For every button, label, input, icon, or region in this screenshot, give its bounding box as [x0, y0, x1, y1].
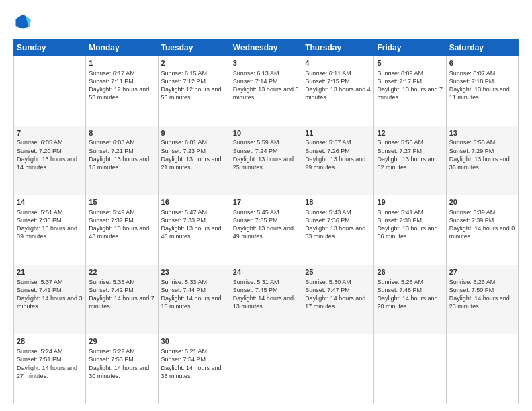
cell-info: Sunrise: 5:26 AM Sunset: 7:50 PM Dayligh… — [449, 278, 515, 311]
day-number: 19 — [377, 197, 443, 208]
weekday-header-wednesday: Wednesday — [230, 40, 302, 56]
cell-info: Sunrise: 5:21 AM Sunset: 7:54 PM Dayligh… — [161, 347, 227, 380]
cell-info: Sunrise: 6:03 AM Sunset: 7:21 PM Dayligh… — [89, 138, 154, 171]
cell-info: Sunrise: 5:31 AM Sunset: 7:45 PM Dayligh… — [233, 278, 299, 311]
calendar-cell: 7Sunrise: 6:05 AM Sunset: 7:20 PM Daylig… — [14, 126, 86, 195]
calendar-cell: 4Sunrise: 6:11 AM Sunset: 7:15 PM Daylig… — [302, 56, 374, 126]
cell-info: Sunrise: 6:01 AM Sunset: 7:23 PM Dayligh… — [161, 138, 227, 171]
day-number: 4 — [305, 58, 371, 68]
cell-info: Sunrise: 5:35 AM Sunset: 7:42 PM Dayligh… — [89, 278, 154, 311]
cell-info: Sunrise: 6:11 AM Sunset: 7:15 PM Dayligh… — [305, 69, 371, 102]
calendar-cell: 12Sunrise: 5:55 AM Sunset: 7:27 PM Dayli… — [374, 126, 446, 195]
cell-info: Sunrise: 5:49 AM Sunset: 7:32 PM Dayligh… — [89, 208, 154, 241]
calendar-cell: 19Sunrise: 5:41 AM Sunset: 7:38 PM Dayli… — [374, 195, 446, 265]
calendar-cell: 16Sunrise: 5:47 AM Sunset: 7:33 PM Dayli… — [158, 195, 230, 265]
day-number: 5 — [377, 58, 443, 68]
day-number: 22 — [89, 267, 154, 277]
week-row-4: 28Sunrise: 5:24 AM Sunset: 7:51 PM Dayli… — [14, 334, 519, 404]
week-row-2: 14Sunrise: 5:51 AM Sunset: 7:30 PM Dayli… — [14, 195, 519, 265]
calendar-cell: 25Sunrise: 5:30 AM Sunset: 7:47 PM Dayli… — [302, 265, 374, 334]
cell-info: Sunrise: 5:45 AM Sunset: 7:35 PM Dayligh… — [233, 208, 299, 241]
calendar-cell: 9Sunrise: 6:01 AM Sunset: 7:23 PM Daylig… — [158, 126, 230, 195]
cell-info: Sunrise: 5:30 AM Sunset: 7:47 PM Dayligh… — [305, 278, 371, 311]
cell-info: Sunrise: 6:05 AM Sunset: 7:20 PM Dayligh… — [17, 138, 83, 171]
cell-info: Sunrise: 5:28 AM Sunset: 7:48 PM Dayligh… — [377, 278, 443, 311]
calendar-cell: 2Sunrise: 6:15 AM Sunset: 7:12 PM Daylig… — [158, 56, 230, 126]
calendar-cell: 1Sunrise: 6:17 AM Sunset: 7:11 PM Daylig… — [86, 56, 158, 126]
calendar-cell: 22Sunrise: 5:35 AM Sunset: 7:42 PM Dayli… — [86, 265, 158, 334]
calendar-cell: 10Sunrise: 5:59 AM Sunset: 7:24 PM Dayli… — [230, 126, 302, 195]
day-number: 16 — [161, 197, 227, 208]
cell-info: Sunrise: 5:22 AM Sunset: 7:53 PM Dayligh… — [89, 347, 154, 380]
cell-info: Sunrise: 5:43 AM Sunset: 7:36 PM Dayligh… — [305, 208, 371, 241]
day-number: 7 — [17, 128, 83, 138]
weekday-header-monday: Monday — [86, 40, 158, 56]
day-number: 26 — [377, 267, 443, 277]
calendar-cell — [302, 334, 374, 404]
calendar-cell: 3Sunrise: 6:13 AM Sunset: 7:14 PM Daylig… — [230, 56, 302, 126]
calendar-cell — [374, 334, 446, 404]
calendar-cell: 28Sunrise: 5:24 AM Sunset: 7:51 PM Dayli… — [14, 334, 86, 404]
weekday-header-thursday: Thursday — [302, 40, 374, 56]
day-number: 3 — [233, 58, 299, 68]
calendar-cell: 23Sunrise: 5:33 AM Sunset: 7:44 PM Dayli… — [158, 265, 230, 334]
week-row-1: 7Sunrise: 6:05 AM Sunset: 7:20 PM Daylig… — [14, 126, 519, 195]
cell-info: Sunrise: 6:17 AM Sunset: 7:11 PM Dayligh… — [89, 69, 154, 102]
calendar-cell — [230, 334, 302, 404]
calendar-cell: 6Sunrise: 6:07 AM Sunset: 7:18 PM Daylig… — [446, 56, 518, 126]
day-number: 9 — [161, 128, 227, 138]
cell-info: Sunrise: 5:33 AM Sunset: 7:44 PM Dayligh… — [161, 278, 227, 311]
cell-info: Sunrise: 5:24 AM Sunset: 7:51 PM Dayligh… — [17, 347, 83, 380]
weekday-header-saturday: Saturday — [446, 40, 518, 56]
calendar-cell: 15Sunrise: 5:49 AM Sunset: 7:32 PM Dayli… — [86, 195, 158, 265]
calendar-cell: 14Sunrise: 5:51 AM Sunset: 7:30 PM Dayli… — [14, 195, 86, 265]
cell-info: Sunrise: 5:51 AM Sunset: 7:30 PM Dayligh… — [17, 208, 83, 241]
calendar-cell: 11Sunrise: 5:57 AM Sunset: 7:26 PM Dayli… — [302, 126, 374, 195]
cell-info: Sunrise: 5:41 AM Sunset: 7:38 PM Dayligh… — [377, 208, 443, 241]
day-number: 23 — [161, 267, 227, 277]
calendar-cell: 18Sunrise: 5:43 AM Sunset: 7:36 PM Dayli… — [302, 195, 374, 265]
day-number: 2 — [161, 58, 227, 68]
day-number: 13 — [449, 128, 515, 138]
calendar-cell: 17Sunrise: 5:45 AM Sunset: 7:35 PM Dayli… — [230, 195, 302, 265]
calendar-cell: 5Sunrise: 6:09 AM Sunset: 7:17 PM Daylig… — [374, 56, 446, 126]
cell-info: Sunrise: 5:39 AM Sunset: 7:39 PM Dayligh… — [449, 208, 515, 241]
cell-info: Sunrise: 6:07 AM Sunset: 7:18 PM Dayligh… — [449, 69, 515, 102]
week-row-3: 21Sunrise: 5:37 AM Sunset: 7:41 PM Dayli… — [14, 265, 519, 334]
calendar-cell: 13Sunrise: 5:53 AM Sunset: 7:29 PM Dayli… — [446, 126, 518, 195]
day-number: 15 — [89, 197, 154, 208]
day-number: 25 — [305, 267, 371, 277]
calendar-cell: 26Sunrise: 5:28 AM Sunset: 7:48 PM Dayli… — [374, 265, 446, 334]
page: SundayMondayTuesdayWednesdayThursdayFrid… — [0, 0, 532, 411]
logo-icon — [13, 12, 32, 31]
day-number: 14 — [17, 197, 83, 208]
logo — [13, 12, 35, 31]
calendar-cell: 24Sunrise: 5:31 AM Sunset: 7:45 PM Dayli… — [230, 265, 302, 334]
calendar-cell — [446, 334, 518, 404]
weekday-header-friday: Friday — [374, 40, 446, 56]
day-number: 30 — [161, 336, 227, 347]
day-number: 27 — [449, 267, 515, 277]
weekday-header-tuesday: Tuesday — [158, 40, 230, 56]
weekday-header-row: SundayMondayTuesdayWednesdayThursdayFrid… — [14, 40, 519, 56]
week-row-0: 1Sunrise: 6:17 AM Sunset: 7:11 PM Daylig… — [14, 56, 519, 126]
day-number: 8 — [89, 128, 154, 138]
cell-info: Sunrise: 5:57 AM Sunset: 7:26 PM Dayligh… — [305, 138, 371, 171]
day-number: 1 — [89, 58, 154, 68]
calendar-cell: 30Sunrise: 5:21 AM Sunset: 7:54 PM Dayli… — [158, 334, 230, 404]
day-number: 28 — [17, 336, 83, 347]
weekday-header-sunday: Sunday — [14, 40, 86, 56]
day-number: 12 — [377, 128, 443, 138]
cell-info: Sunrise: 5:53 AM Sunset: 7:29 PM Dayligh… — [449, 138, 515, 171]
cell-info: Sunrise: 5:47 AM Sunset: 7:33 PM Dayligh… — [161, 208, 227, 241]
cell-info: Sunrise: 6:09 AM Sunset: 7:17 PM Dayligh… — [377, 69, 443, 102]
day-number: 11 — [305, 128, 371, 138]
calendar-cell: 21Sunrise: 5:37 AM Sunset: 7:41 PM Dayli… — [14, 265, 86, 334]
header — [13, 12, 519, 31]
calendar-cell: 27Sunrise: 5:26 AM Sunset: 7:50 PM Dayli… — [446, 265, 518, 334]
day-number: 10 — [233, 128, 299, 138]
day-number: 6 — [449, 58, 515, 68]
day-number: 21 — [17, 267, 83, 277]
cell-info: Sunrise: 5:55 AM Sunset: 7:27 PM Dayligh… — [377, 138, 443, 171]
calendar-cell: 20Sunrise: 5:39 AM Sunset: 7:39 PM Dayli… — [446, 195, 518, 265]
